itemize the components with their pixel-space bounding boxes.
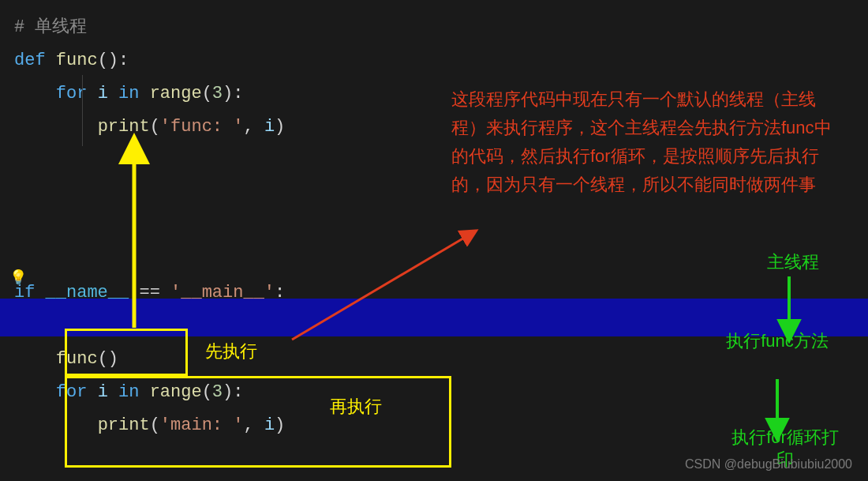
code-line (14, 243, 868, 276)
indent-guide (82, 75, 83, 146)
op-eq: == (139, 283, 159, 303)
kw-in: in (118, 84, 139, 103)
builtin-print: print (98, 117, 150, 137)
paren: (): (98, 51, 129, 70)
watermark: CSDN @debugBiubiubiu2000 (685, 457, 852, 472)
builtin-range: range (150, 84, 202, 103)
kw-def: def (14, 51, 46, 70)
dunder-name: __name__ (46, 283, 129, 303)
lightbulb-icon[interactable]: 💡 (9, 269, 27, 286)
str-token: 'func: ' (160, 117, 244, 137)
var-i: i (264, 117, 275, 137)
paren: ( (202, 84, 212, 103)
code-line (14, 210, 868, 243)
num-token: 3 (212, 84, 223, 103)
annotation-green-2: 执行func方法 (726, 330, 829, 352)
annotation-yellow-2: 再执行 (330, 396, 382, 417)
var-i: i (98, 84, 108, 103)
comma: , (243, 117, 253, 137)
annotation-yellow-1: 先执行 (205, 341, 257, 362)
paren: ) (275, 117, 285, 137)
code-line: if __name__ == '__main__': (14, 276, 868, 310)
fn-name: func (56, 51, 98, 70)
code-line: def func(): (14, 44, 868, 77)
annotation-green-1: 主线程 (742, 251, 844, 273)
comment-token: # 单线程 (14, 17, 87, 37)
str-token: '__main__' (170, 283, 275, 303)
paren: ( (150, 117, 160, 137)
colon: : (275, 283, 285, 303)
code-line: # 单线程 (14, 11, 868, 44)
paren: ): (223, 84, 243, 103)
highlight-box-1 (65, 329, 188, 376)
highlight-box-2 (65, 376, 451, 468)
annotation-red: 这段程序代码中现在只有一个默认的线程（主线程）来执行程序，这个主线程会先执行方法… (451, 85, 838, 199)
